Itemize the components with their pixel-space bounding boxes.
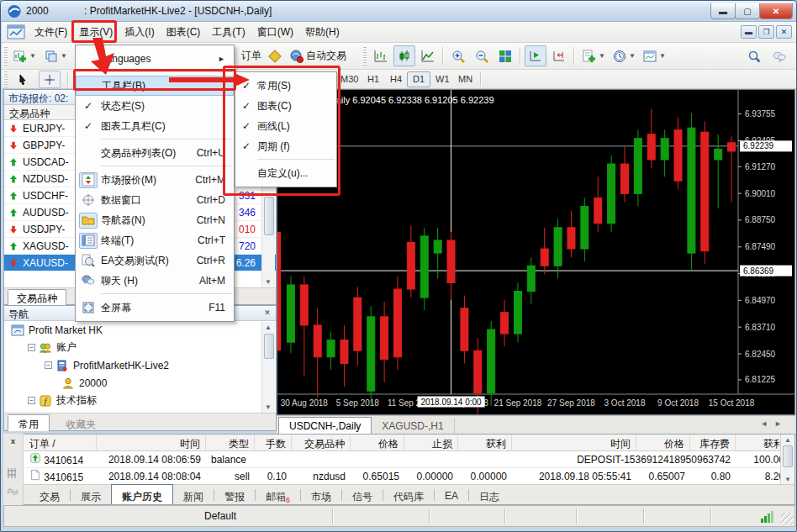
line-chart-button[interactable] — [417, 45, 439, 66]
close-button[interactable]: ✕ — [759, 3, 793, 19]
menu-item[interactable]: 导航器(N)Ctrl+N — [76, 210, 234, 230]
profiles-button[interactable]: ▼ — [40, 45, 71, 66]
child-close-button[interactable]: ✕ — [776, 25, 792, 39]
timeframe-mn-button[interactable]: MN — [452, 71, 478, 87]
search-button[interactable] — [743, 45, 765, 66]
tree-item[interactable]: −账户 — [4, 339, 276, 356]
chart-tab-xagusd[interactable]: XAGUSD-,H1 — [372, 418, 454, 435]
menu-item[interactable]: ✓状态栏(S) — [76, 96, 234, 116]
resize-grip[interactable] — [781, 513, 793, 524]
minimize-button[interactable]: ▬ — [710, 3, 736, 19]
column-header[interactable]: 时间 — [97, 435, 206, 450]
order-row[interactable]: 34106152018.09.14 08:08:04sell0.10nzdusd… — [24, 468, 780, 484]
terminal-close-icon[interactable]: x — [3, 437, 23, 445]
tree-expander[interactable]: − — [45, 361, 52, 369]
menu-item[interactable]: 交易品种列表(O)Ctrl+U — [76, 143, 234, 163]
chart-tab-scroll-arrows[interactable]: ◄► — [760, 419, 789, 428]
tree-expander[interactable]: − — [28, 397, 35, 404]
tab-favorites[interactable]: 收藏夹 — [55, 415, 106, 432]
templates-button[interactable]: ▼ — [639, 45, 670, 66]
order-row[interactable]: 34106142018.09.14 08:06:59balanceDEPOSIT… — [24, 451, 780, 468]
toolbar-drag-handle[interactable] — [363, 46, 367, 66]
autotrade-button[interactable]: 自动交易 — [286, 45, 351, 66]
navigator-scrollbar[interactable]: ▲ ▼ — [261, 322, 275, 413]
auto-scroll-button[interactable] — [525, 45, 546, 66]
toolbar-drag-handle[interactable] — [4, 71, 8, 87]
column-header[interactable]: 交易品种 — [292, 435, 351, 450]
column-header[interactable]: 订单 / — [24, 435, 97, 450]
submenu-item[interactable]: ✓常用(S) — [235, 76, 336, 96]
tab-symbols[interactable]: 交易品种 — [8, 289, 66, 305]
menu-file[interactable]: 文件(F) — [29, 22, 73, 43]
menu-item[interactable]: 市场报价(M)Ctrl+M — [76, 170, 234, 190]
timeframe-h1-button[interactable]: H1 — [362, 71, 385, 87]
menu-insert[interactable]: 插入(I) — [119, 22, 160, 43]
tree-expander[interactable]: − — [28, 344, 35, 351]
child-restore-button[interactable]: ❐ — [758, 25, 774, 39]
submenu-item[interactable]: ✓画线(L) — [235, 116, 336, 136]
column-header[interactable]: 类型 — [206, 435, 255, 450]
column-header[interactable]: 止损 — [404, 435, 458, 450]
column-header[interactable]: 时间 — [512, 435, 636, 450]
menu-item[interactable]: Languages► — [76, 49, 234, 69]
terminal-tab-4[interactable]: 警报 — [214, 487, 255, 504]
candlestick-chart-button[interactable] — [393, 45, 415, 66]
column-header[interactable]: 获利 — [458, 435, 512, 450]
column-header[interactable]: 库存费 — [690, 435, 736, 450]
new-order-button[interactable]: 订单 — [237, 45, 266, 66]
menu-item[interactable]: 聊天 (H)Alt+M — [76, 271, 234, 291]
menu-item[interactable]: 数据窗口Ctrl+D — [76, 190, 234, 210]
chart-window[interactable]: 6.937556.924956.912706.900106.887506.874… — [277, 89, 795, 415]
terminal-scrollbar[interactable]: ▲ ▼ — [780, 435, 794, 485]
terminal-tab-6[interactable]: 市场 — [301, 487, 341, 504]
submenu-item[interactable]: ✓周期 (f) — [235, 136, 336, 156]
cursor-tool-button[interactable] — [12, 71, 34, 88]
terminal-tab-3[interactable]: 新闻 — [173, 487, 214, 504]
candlestick-chart[interactable]: 6.937556.924956.912706.900106.887506.874… — [277, 90, 794, 414]
timeframe-d1-button[interactable]: D1 — [407, 71, 430, 87]
bar-chart-button[interactable] — [370, 45, 392, 66]
indicators-button[interactable]: ▼ — [578, 45, 610, 66]
terminal-tab-2[interactable]: 账户历史 — [111, 484, 173, 504]
terminal-tab-1[interactable]: 展示 — [71, 487, 111, 504]
terminal-tab-8[interactable]: 代码库 — [383, 487, 434, 504]
zoom-out-button[interactable] — [471, 45, 493, 66]
menu-view[interactable]: 显示(V) — [73, 22, 119, 43]
column-header[interactable]: 价格 — [351, 435, 404, 450]
menu-item[interactable]: EA交易测试(R)Ctrl+R — [76, 250, 234, 271]
tab-common[interactable]: 常用 — [8, 414, 50, 431]
chart-shift-button[interactable] — [548, 45, 570, 66]
chart-tab-usdcnh[interactable]: USDCNH-,Daily — [278, 417, 372, 435]
menu-item[interactable]: 全屏幕F11 — [76, 298, 234, 318]
new-chart-button[interactable]: ▼ — [9, 45, 40, 66]
order-book-button[interactable] — [264, 45, 286, 66]
terminal-tab-10[interactable]: 日志 — [469, 487, 509, 504]
timeframe-h4-button[interactable]: H4 — [384, 71, 408, 87]
menu-item[interactable]: ✓图表工具栏(C) — [76, 116, 234, 136]
timeframe-m30-button[interactable]: M30 — [335, 71, 364, 87]
terminal-tab-5[interactable]: 邮箱6 — [256, 487, 300, 504]
submenu-item[interactable]: ✓图表(C) — [235, 96, 336, 116]
column-header[interactable]: 手数 — [255, 435, 292, 450]
timeframe-w1-button[interactable]: W1 — [430, 71, 456, 87]
tree-item[interactable]: −ProfitMarketHK-Live2 — [4, 356, 276, 374]
toolbar-drag-handle[interactable] — [4, 46, 8, 66]
maximize-button[interactable]: ▢ — [735, 3, 760, 19]
column-header[interactable]: 价格 — [636, 435, 690, 450]
zoom-in-button[interactable] — [447, 45, 469, 66]
menu-charts[interactable]: 图表(C) — [161, 22, 207, 43]
status-profile[interactable]: Default — [204, 510, 236, 522]
tile-windows-button[interactable] — [494, 45, 516, 66]
terminal-tab-7[interactable]: 信号 — [342, 487, 383, 504]
terminal-tab-0[interactable]: 交易 — [29, 487, 70, 504]
menu-window[interactable]: 窗口(W) — [251, 22, 299, 43]
tree-item[interactable]: Profit Market HK — [4, 321, 276, 339]
child-minimize-button[interactable]: ▬ — [741, 25, 757, 39]
tree-item[interactable]: 20000 — [4, 374, 276, 392]
submenu-item[interactable]: 自定义(u)... — [235, 163, 336, 183]
chat-button[interactable] — [768, 45, 790, 66]
column-header[interactable]: 获利 — [736, 435, 780, 450]
navigator-close-icon[interactable]: ✕ — [261, 308, 273, 319]
menu-help[interactable]: 帮助(H) — [299, 22, 346, 43]
menu-item[interactable]: 工具栏(B) — [76, 76, 234, 96]
